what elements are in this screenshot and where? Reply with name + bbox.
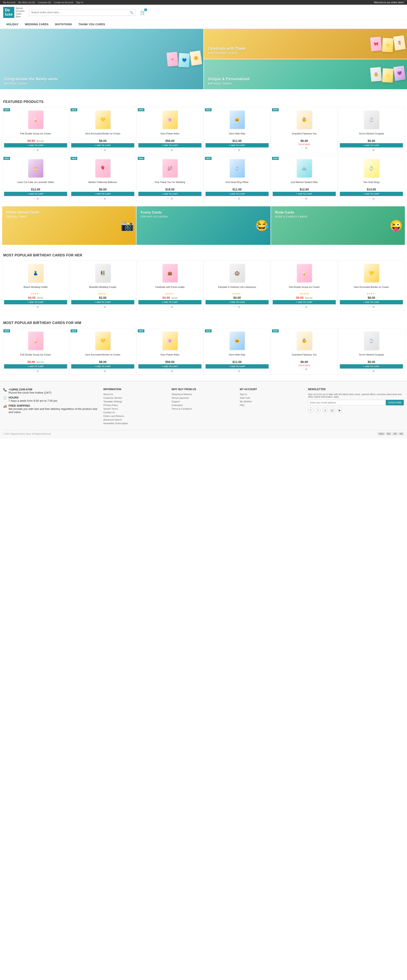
promo-rude-cards[interactable]: Rude Cards RUDE & CHEEKY CARDS 😜 [271,206,405,245]
wishlist-icon[interactable]: ♡ [234,148,236,151]
wishlist-icon[interactable]: ♡ [234,197,236,200]
search-input[interactable] [29,10,128,16]
compare-icon[interactable]: ⊞ [171,305,173,309]
twitter-icon[interactable]: t [315,407,321,413]
add-to-cart-button[interactable]: + ADD TO CART [340,143,403,148]
compare-icon[interactable]: ⊞ [36,148,39,151]
wishlist-icon[interactable]: ♡ [301,146,304,150]
compare-icon[interactable]: ⊞ [36,370,39,372]
nav-wedding[interactable]: WEDDING CARDS [22,20,52,29]
create-account-link[interactable]: Create an Account [54,1,73,4]
add-to-cart-button[interactable]: + ADD TO CART [4,364,67,369]
add-to-cart-button[interactable]: + ADD TO CART [71,300,134,304]
footer-customer-service-link[interactable]: Customer Service [103,396,167,399]
wishlist-icon[interactable]: ♡ [368,148,371,151]
wishlist-icon[interactable]: ♡ [234,370,236,372]
search-bar[interactable]: 🔍 [29,9,136,16]
google-plus-icon[interactable]: g+ [330,407,335,413]
compare-icon[interactable]: ⊞ [372,305,374,309]
wishlist-icon[interactable]: ♡ [301,368,304,371]
compare-icon[interactable]: ⊞ [372,148,374,151]
add-to-cart-button[interactable]: + ADD TO CART [4,143,67,148]
compare-icon[interactable]: ⊞ [171,148,173,151]
compare-icon[interactable]: ⊞ [104,197,106,200]
add-to-cart-button[interactable]: + ADD TO CART [273,192,336,196]
compare-icon[interactable]: ⊞ [305,368,307,371]
wishlist-icon[interactable]: ♡ [167,305,169,309]
compare-icon[interactable]: ⊞ [104,305,106,309]
footer-support-link[interactable]: Support [171,400,236,403]
wishlist-icon[interactable]: ♡ [33,197,35,200]
compare-icon[interactable]: ⊞ [305,146,307,150]
add-to-cart-button[interactable]: + ADD TO CART [340,192,403,196]
footer-shipping-link[interactable]: Shipping & Delivery [171,393,236,396]
pinterest-icon[interactable]: p [323,407,328,413]
compare-icon[interactable]: ⊞ [36,305,39,309]
wishlist-icon[interactable]: ♡ [33,305,35,309]
promo-funny-cards[interactable]: Funny Cards FOR ANY OCCASION 😂 [136,206,270,245]
footer-advanced-search-link[interactable]: Advanced Search [103,418,167,421]
footer-terms-link[interactable]: Terms & Conditions [171,407,236,410]
compare-icon[interactable]: ⊞ [372,370,374,372]
compare-icon[interactable]: ⊞ [171,370,173,372]
wishlist-icon[interactable]: ♡ [301,305,304,309]
compare-link[interactable]: Compare (0) [38,1,51,4]
search-button[interactable]: 🔍 [128,10,136,16]
footer-template-link[interactable]: Template Settings [103,400,167,403]
compare-icon[interactable]: ⊞ [104,148,106,151]
wishlist-icon[interactable]: ♡ [167,370,169,372]
compare-icon[interactable]: ⊞ [238,148,240,151]
compare-icon[interactable]: ⊞ [104,370,106,372]
add-to-cart-button[interactable]: + ADD TO CART [206,192,269,196]
youtube-icon[interactable]: ▶ [337,407,343,413]
compare-icon[interactable]: ⊞ [36,197,39,200]
wishlist-link[interactable]: My Wish List (0) [18,1,35,4]
footer-wishlist-link[interactable]: My Wishlist [240,400,304,403]
wishlist-icon[interactable]: ♡ [368,305,371,309]
wishlist-icon[interactable]: ♡ [33,370,35,372]
wishlist-icon[interactable]: ♡ [100,148,102,151]
nav-invitations[interactable]: INVITATIONS [52,20,75,29]
wishlist-icon[interactable]: ♡ [33,148,35,151]
compare-icon[interactable]: ⊞ [171,197,173,200]
my-account-link[interactable]: My Account [3,1,16,4]
add-to-cart-button[interactable]: + ADD TO CART [71,143,134,148]
wishlist-icon[interactable]: ♡ [167,148,169,151]
add-to-cart-button[interactable]: + ADD TO CART [138,143,201,148]
add-to-cart-button[interactable]: + ADD TO CART [206,300,269,304]
add-to-cart-button[interactable]: + ADD TO CART [206,364,269,369]
hero-banner-birthday[interactable]: 👵 ✨ 💜 Unique & Personalized BIRTHDAY CAR… [204,59,407,89]
footer-signin-link[interactable]: Sign In [240,393,304,396]
footer-newsletter-link[interactable]: Newsletter Subscription [103,422,167,425]
compare-icon[interactable]: ⊞ [238,370,240,372]
add-to-cart-button[interactable]: + ADD TO CART [138,192,201,196]
add-to-cart-button[interactable]: + ADD TO CART [4,300,67,304]
add-to-cart-button[interactable]: + ADD TO CART [71,192,134,196]
logo[interactable]: De luxe Special Occasion Cards Store [3,7,25,18]
wishlist-icon[interactable]: ♡ [368,197,371,200]
add-to-cart-button[interactable]: + ADD TO CART [273,300,336,304]
footer-search-terms-link[interactable]: Search Terms [103,407,167,410]
add-to-cart-button[interactable]: + ADD TO CART [138,300,201,304]
compare-icon[interactable]: ⊞ [238,197,240,200]
footer-viewcart-link[interactable]: View Cart [240,396,304,399]
newsletter-email-input[interactable] [308,400,386,406]
hero-banner-anniversary[interactable]: 🎀 ⭐ 🌷 Celebrate with Them ANNIVERSARY CA… [204,29,407,59]
add-to-cart-button[interactable]: + ADD TO CART [138,364,201,369]
footer-about-link[interactable]: About Us [103,393,167,396]
promo-photo-cards[interactable]: Photo Upload Cards SPECIAL TIMES 📸 [2,206,136,245]
wishlist-icon[interactable]: ♡ [368,370,371,372]
add-to-cart-button[interactable]: + ADD TO CART [4,192,67,196]
nav-holiday[interactable]: HOLIDAY [3,20,22,29]
nav-thankyou[interactable]: THANK YOU CARDS [75,20,108,29]
wishlist-icon[interactable]: ♡ [301,197,304,200]
sign-in-link[interactable]: Sign In [76,1,83,4]
footer-guarantee-link[interactable]: Guarantee [171,404,236,406]
add-to-cart-button[interactable]: + ADD TO CART [340,300,403,304]
footer-contact-link[interactable]: Contact Us [103,411,167,414]
hero-banner-main[interactable]: 🌸 💙 🌼 Congratulate the Newly-weds WEDDIN… [0,29,203,89]
wishlist-icon[interactable]: ♡ [234,305,236,309]
wishlist-icon[interactable]: ♡ [100,197,102,200]
compare-icon[interactable]: ⊞ [305,197,307,200]
newsletter-subscribe-button[interactable]: SUBSCRIBE [386,400,404,406]
